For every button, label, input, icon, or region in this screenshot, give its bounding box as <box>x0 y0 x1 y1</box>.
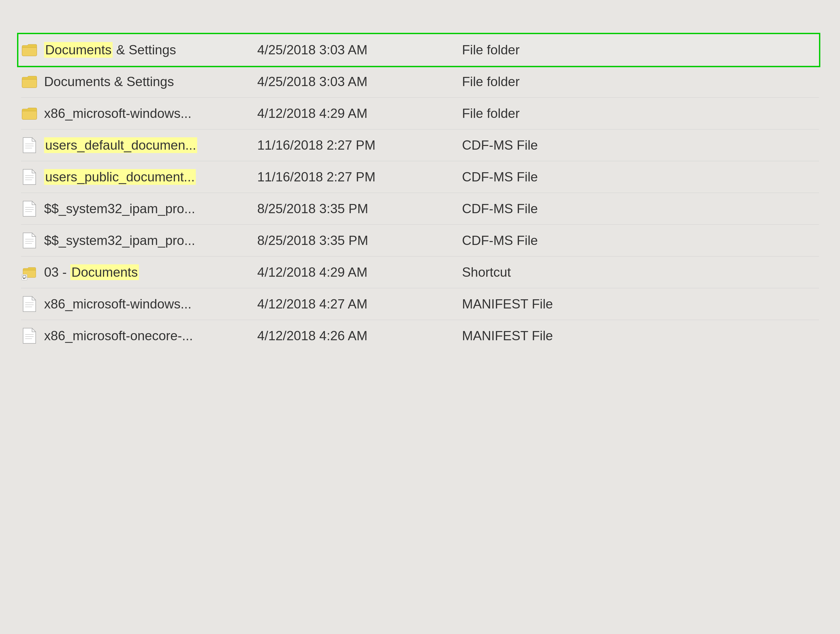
shortcut-icon <box>21 264 38 281</box>
file-type: MANIFEST File <box>462 328 819 343</box>
file-date: 8/25/2018 3:35 PM <box>257 201 462 216</box>
document-icon <box>21 296 38 312</box>
file-date: 11/16/2018 2:27 PM <box>257 169 462 185</box>
name-text: $$_system32_ipam_pro... <box>44 201 195 216</box>
document-icon <box>21 137 38 153</box>
file-name-cell: 03 - Documents <box>21 264 257 281</box>
name-text: x86_microsoft-onecore-... <box>44 329 193 343</box>
file-name-cell: users_public_document... <box>21 169 257 185</box>
name-text: $$_system32_ipam_pro... <box>44 233 195 248</box>
file-name-cell: Documents & Settings <box>21 41 257 58</box>
file-type: MANIFEST File <box>462 296 819 311</box>
name-text: 03 - <box>44 265 70 280</box>
svg-rect-12 <box>23 276 26 278</box>
table-row[interactable]: users_public_document... 11/16/2018 2:27… <box>21 161 819 193</box>
file-name-cell: x86_microsoft-windows... <box>21 105 257 122</box>
name-text: Documents & Settings <box>44 74 174 89</box>
file-name: users_default_documen... <box>44 138 197 153</box>
file-date: 4/12/2018 4:26 AM <box>257 328 462 343</box>
file-name-cell: x86_microsoft-onecore-... <box>21 327 257 344</box>
file-date: 11/16/2018 2:27 PM <box>257 138 462 153</box>
column-headers <box>21 16 819 29</box>
highlighted-text: users_default_documen... <box>44 137 197 153</box>
file-date: 4/12/2018 4:29 AM <box>257 106 462 121</box>
table-row[interactable]: x86_microsoft-windows... 4/12/2018 4:29 … <box>21 98 819 130</box>
file-name: Documents & Settings <box>44 42 176 57</box>
folder-icon <box>21 73 38 90</box>
name-text: x86_microsoft-windows... <box>44 106 191 121</box>
file-name: 03 - Documents <box>44 265 139 280</box>
table-row[interactable]: $$_system32_ipam_pro... 8/25/2018 3:35 P… <box>21 225 819 256</box>
document-icon <box>21 327 38 344</box>
name-text: x86_microsoft-windows... <box>44 297 191 311</box>
file-name: users_public_document... <box>44 169 196 185</box>
file-type: CDF-MS File <box>462 233 819 248</box>
file-name: x86_microsoft-onecore-... <box>44 328 193 343</box>
file-name-cell: Documents & Settings <box>21 73 257 90</box>
file-type: Shortcut <box>462 265 819 280</box>
document-icon <box>21 232 38 249</box>
file-date: 8/25/2018 3:35 PM <box>257 233 462 248</box>
file-name: x86_microsoft-windows... <box>44 106 191 121</box>
file-name-cell: $$_system32_ipam_pro... <box>21 200 257 217</box>
file-date: 4/12/2018 4:29 AM <box>257 265 462 280</box>
file-name-cell: $$_system32_ipam_pro... <box>21 232 257 249</box>
folder-icon <box>21 41 38 58</box>
highlighted-text: Documents <box>44 42 113 58</box>
table-row[interactable]: $$_system32_ipam_pro... 8/25/2018 3:35 P… <box>21 193 819 225</box>
file-type: CDF-MS File <box>462 201 819 216</box>
table-row[interactable]: users_default_documen... 11/16/2018 2:27… <box>21 130 819 161</box>
file-type: File folder <box>462 42 816 57</box>
table-row[interactable]: Documents & Settings 4/25/2018 3:03 AM F… <box>21 66 819 98</box>
document-icon <box>21 200 38 217</box>
table-row[interactable]: x86_microsoft-windows... 4/12/2018 4:27 … <box>21 288 819 320</box>
file-type: File folder <box>462 74 819 89</box>
file-type: CDF-MS File <box>462 138 819 153</box>
highlighted-text: Documents <box>70 264 139 280</box>
table-row[interactable]: x86_microsoft-onecore-... 4/12/2018 4:26… <box>21 320 819 351</box>
file-type: CDF-MS File <box>462 169 819 185</box>
table-row[interactable]: 03 - Documents 4/12/2018 4:29 AM Shortcu… <box>21 256 819 288</box>
file-date: 4/25/2018 3:03 AM <box>257 74 462 89</box>
table-row[interactable]: Documents & Settings 4/25/2018 3:03 AM F… <box>18 34 819 66</box>
file-name-cell: x86_microsoft-windows... <box>21 296 257 312</box>
folder-icon <box>21 105 38 122</box>
file-type: File folder <box>462 106 819 121</box>
file-list: Documents & Settings 4/25/2018 3:03 AM F… <box>21 34 819 351</box>
file-name: x86_microsoft-windows... <box>44 296 191 311</box>
file-name-cell: users_default_documen... <box>21 137 257 153</box>
name-text: & Settings <box>113 43 176 57</box>
file-name: Documents & Settings <box>44 74 174 89</box>
file-name: $$_system32_ipam_pro... <box>44 201 195 216</box>
highlighted-text: users_public_document... <box>44 169 196 185</box>
file-date: 4/12/2018 4:27 AM <box>257 296 462 311</box>
file-explorer: Documents & Settings 4/25/2018 3:03 AM F… <box>0 0 840 634</box>
file-date: 4/25/2018 3:03 AM <box>257 42 462 57</box>
document-icon <box>21 169 38 185</box>
file-name: $$_system32_ipam_pro... <box>44 233 195 248</box>
